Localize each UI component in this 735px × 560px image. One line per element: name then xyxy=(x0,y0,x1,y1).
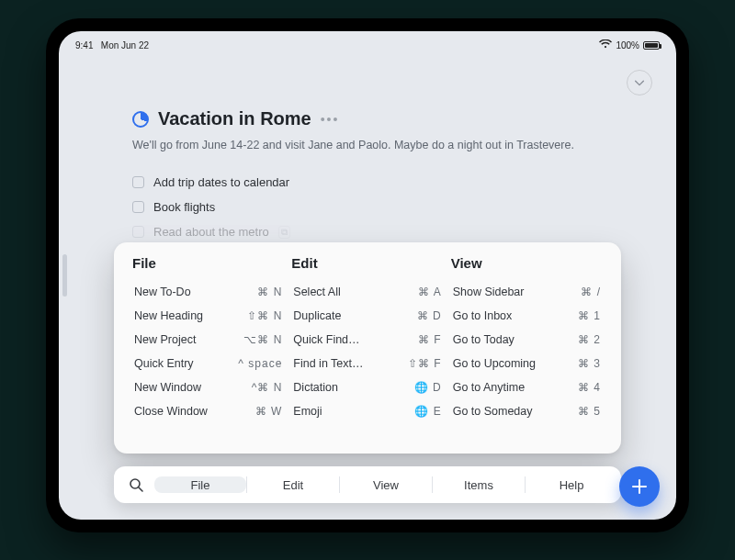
shortcut-row[interactable]: Go to Anytime⌘ 4 xyxy=(451,375,603,399)
shortcut-label: Go to Inbox xyxy=(453,309,513,322)
shortcut-label: Go to Today xyxy=(453,333,514,346)
status-date: Mon Jun 22 xyxy=(101,40,149,50)
shortcut-keys: ⌘ / xyxy=(573,286,601,298)
shortcut-keys: ⇧⌘ N xyxy=(240,309,282,322)
shortcut-keys: ⌘ 2 xyxy=(571,333,601,346)
search-button[interactable] xyxy=(118,477,154,492)
shortcut-row[interactable]: New Window^⌘ N xyxy=(132,375,284,399)
shortcut-label: Close Window xyxy=(134,405,208,418)
shortcut-keys: ⌘ F xyxy=(411,333,442,346)
shortcut-keys: 🌐 D xyxy=(407,381,442,394)
tabbar-tabs: FileEditViewItemsHelp xyxy=(154,476,617,493)
shortcut-label: New To-Do xyxy=(134,286,191,298)
shortcut-row[interactable]: Quick Find…⌘ F xyxy=(291,328,443,352)
todo-label: Book flights xyxy=(153,200,215,214)
project-title-row: Vacation in Rome ••• xyxy=(132,108,621,129)
shortcut-label: Go to Someday xyxy=(453,405,533,418)
screen: 9:41 Mon Jun 22 100% Vacation in Rome ••… xyxy=(59,31,676,520)
shortcut-label: Dictation xyxy=(293,381,338,394)
project-content: Vacation in Rome ••• We'll go from June … xyxy=(132,108,621,263)
shortcut-row[interactable]: Duplicate⌘ D xyxy=(291,304,443,328)
shortcut-keys: ⌥⌘ N xyxy=(236,333,282,346)
todo-item[interactable]: Add trip dates to calendar xyxy=(132,175,621,189)
shortcut-row[interactable]: Close Window⌘ W xyxy=(132,399,284,423)
shortcut-column: EditSelect All⌘ ADuplicate⌘ DQuick Find…… xyxy=(291,255,443,444)
shortcut-keys: ⌘ N xyxy=(250,286,282,298)
shortcuts-tabbar: FileEditViewItemsHelp xyxy=(114,466,621,503)
expand-toggle-button[interactable] xyxy=(627,70,652,95)
todo-item[interactable]: Read about the metro⧉ xyxy=(132,225,621,239)
tab-edit[interactable]: Edit xyxy=(247,476,339,493)
shortcut-keys: ⇧⌘ F xyxy=(401,357,442,370)
todo-tag-icon: ⧉ xyxy=(278,226,290,239)
todo-item[interactable]: Book flights xyxy=(132,200,621,214)
shortcut-row[interactable]: Emoji🌐 E xyxy=(291,399,443,423)
shortcut-label: Go to Upcoming xyxy=(453,357,536,370)
shortcut-row[interactable]: New Project⌥⌘ N xyxy=(132,328,284,352)
shortcut-label: Duplicate xyxy=(293,309,341,322)
shortcut-row[interactable]: Quick Entry^ space xyxy=(132,352,284,375)
project-progress-icon xyxy=(132,111,149,128)
shortcut-label: Show Sidebar xyxy=(453,286,525,298)
shortcut-keys: ⌘ 5 xyxy=(571,405,601,418)
shortcut-row[interactable]: Go to Someday⌘ 5 xyxy=(451,399,603,423)
shortcut-keys: ⌘ D xyxy=(410,309,442,322)
tab-view[interactable]: View xyxy=(340,476,432,493)
shortcut-row[interactable]: New To-Do⌘ N xyxy=(132,280,284,304)
shortcut-column-title: View xyxy=(451,255,603,271)
shortcut-keys: ⌘ 4 xyxy=(571,381,601,394)
shortcut-column: ViewShow Sidebar⌘ /Go to Inbox⌘ 1Go to T… xyxy=(451,255,603,444)
shortcut-row[interactable]: Find in Text…⇧⌘ F xyxy=(291,352,443,375)
home-indicator-side xyxy=(62,254,67,297)
tab-items[interactable]: Items xyxy=(433,476,525,493)
shortcut-label: Select All xyxy=(293,286,340,298)
tab-help[interactable]: Help xyxy=(526,476,617,493)
search-icon xyxy=(129,477,143,492)
wifi-icon xyxy=(599,39,612,50)
more-icon[interactable]: ••• xyxy=(321,112,340,127)
status-time: 9:41 xyxy=(75,40,93,50)
todo-label: Read about the metro xyxy=(153,225,269,239)
chevron-down-icon xyxy=(633,76,646,89)
shortcut-row[interactable]: Dictation🌐 D xyxy=(291,375,443,399)
shortcut-label: New Window xyxy=(134,381,201,394)
shortcut-label: New Project xyxy=(134,333,196,346)
tab-file[interactable]: File xyxy=(154,476,246,493)
shortcut-label: Quick Entry xyxy=(134,357,194,370)
new-todo-fab[interactable] xyxy=(619,466,660,507)
shortcut-keys: ^ space xyxy=(231,357,282,370)
shortcut-row[interactable]: New Heading⇧⌘ N xyxy=(132,304,284,328)
shortcut-column-title: File xyxy=(132,255,284,271)
shortcut-keys: 🌐 E xyxy=(407,405,441,418)
shortcut-row[interactable]: Go to Today⌘ 2 xyxy=(451,328,603,352)
shortcut-keys: ⌘ 3 xyxy=(571,357,601,370)
shortcut-column: FileNew To-Do⌘ NNew Heading⇧⌘ NNew Proje… xyxy=(132,255,284,444)
keyboard-shortcuts-panel: FileNew To-Do⌘ NNew Heading⇧⌘ NNew Proje… xyxy=(114,242,621,454)
shortcut-keys: ^⌘ N xyxy=(244,381,283,394)
status-time-date: 9:41 Mon Jun 22 xyxy=(75,40,149,50)
todo-label: Add trip dates to calendar xyxy=(153,175,289,189)
shortcut-label: Go to Anytime xyxy=(453,381,526,394)
project-description[interactable]: We'll go from June 14-22 and visit Jane … xyxy=(132,139,621,151)
shortcut-row[interactable]: Select All⌘ A xyxy=(291,280,443,304)
shortcut-label: Quick Find… xyxy=(293,333,359,346)
ipad-frame: 9:41 Mon Jun 22 100% Vacation in Rome ••… xyxy=(46,18,689,532)
shortcut-keys: ⌘ 1 xyxy=(571,309,601,322)
shortcut-keys: ⌘ A xyxy=(411,286,442,298)
shortcut-row[interactable]: Go to Inbox⌘ 1 xyxy=(451,304,603,328)
shortcut-keys: ⌘ W xyxy=(248,405,283,418)
shortcut-row[interactable]: Show Sidebar⌘ / xyxy=(451,280,603,304)
shortcut-row[interactable]: Go to Upcoming⌘ 3 xyxy=(451,352,603,375)
shortcut-label: Emoji xyxy=(293,405,322,418)
svg-line-1 xyxy=(139,487,142,491)
status-bar: 9:41 Mon Jun 22 100% xyxy=(59,37,676,53)
plus-icon xyxy=(630,477,649,496)
todo-checkbox[interactable] xyxy=(132,226,144,238)
project-title[interactable]: Vacation in Rome xyxy=(158,108,311,129)
todo-checkbox[interactable] xyxy=(132,201,144,213)
shortcut-label: New Heading xyxy=(134,309,203,322)
battery-percent: 100% xyxy=(616,40,639,50)
status-right: 100% xyxy=(599,39,660,50)
todo-checkbox[interactable] xyxy=(132,176,144,188)
shortcut-label: Find in Text… xyxy=(293,357,363,370)
